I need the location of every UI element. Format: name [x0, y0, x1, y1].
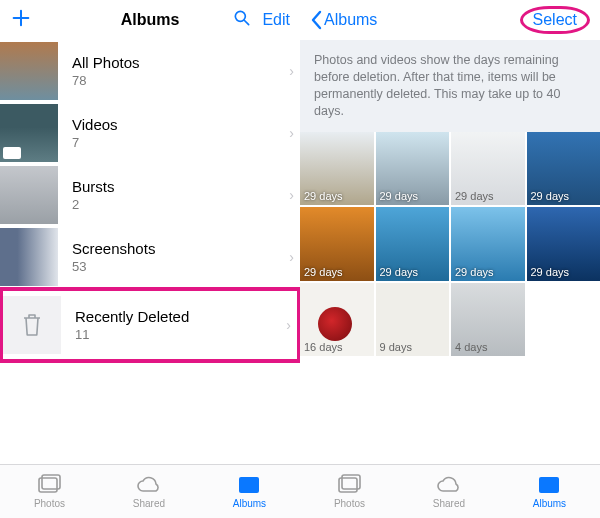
- chevron-right-icon: ›: [289, 249, 294, 265]
- video-badge-icon: [3, 147, 21, 159]
- tab-label: Albums: [233, 498, 266, 509]
- deleted-photo[interactable]: 29 days: [527, 132, 601, 206]
- album-name: Videos: [72, 116, 289, 133]
- cloud-icon: [436, 474, 462, 496]
- deleted-photo[interactable]: 29 days: [376, 132, 450, 206]
- albums-topbar: Albums Edit: [0, 0, 300, 40]
- album-thumb: [0, 228, 58, 286]
- svg-point-0: [236, 11, 246, 21]
- albums-pane: Albums Edit All Photos 78 › Video: [0, 0, 300, 464]
- chevron-right-icon: ›: [289, 125, 294, 141]
- album-thumb: [0, 166, 58, 224]
- chevron-right-icon: ›: [286, 317, 291, 333]
- deleted-photo[interactable]: 29 days: [527, 207, 601, 281]
- deleted-photo[interactable]: 29 days: [300, 132, 374, 206]
- tab-photos[interactable]: Photos: [34, 474, 65, 509]
- days-remaining: 29 days: [304, 190, 343, 202]
- photos-icon: [336, 474, 362, 496]
- deleted-photo[interactable]: 29 days: [376, 207, 450, 281]
- tab-label: Albums: [533, 498, 566, 509]
- tab-shared[interactable]: Shared: [433, 474, 465, 509]
- days-remaining: 4 days: [455, 341, 487, 353]
- album-row-bursts[interactable]: Bursts 2 ›: [0, 164, 300, 226]
- album-count: 2: [72, 197, 289, 212]
- album-count: 11: [75, 327, 286, 342]
- album-thumb: [0, 42, 58, 100]
- albums-title: Albums: [121, 11, 180, 29]
- tab-photos[interactable]: Photos: [334, 474, 365, 509]
- albums-icon: [536, 474, 562, 496]
- apple-image: [318, 307, 352, 341]
- photos-icon: [36, 474, 62, 496]
- tab-shared[interactable]: Shared: [133, 474, 165, 509]
- tab-label: Shared: [133, 498, 165, 509]
- days-remaining: 29 days: [455, 266, 494, 278]
- recently-deleted-pane: Albums Select Photos and videos show the…: [300, 0, 600, 464]
- chevron-right-icon: ›: [289, 63, 294, 79]
- days-remaining: 29 days: [380, 190, 419, 202]
- deleted-photo[interactable]: 29 days: [300, 207, 374, 281]
- deleted-photos-grid: 29 days 29 days 29 days 29 days 29 days …: [300, 132, 600, 357]
- days-remaining: 29 days: [531, 266, 570, 278]
- days-remaining: 29 days: [380, 266, 419, 278]
- tab-albums[interactable]: Albums: [533, 474, 566, 509]
- back-label: Albums: [324, 11, 377, 29]
- days-remaining: 29 days: [304, 266, 343, 278]
- tab-label: Photos: [34, 498, 65, 509]
- edit-button[interactable]: Edit: [262, 11, 290, 29]
- album-thumb: [0, 104, 58, 162]
- albums-icon: [236, 474, 262, 496]
- days-remaining: 16 days: [304, 341, 343, 353]
- select-button[interactable]: Select: [520, 6, 590, 34]
- svg-rect-6: [539, 477, 559, 493]
- cloud-icon: [136, 474, 162, 496]
- search-icon[interactable]: [232, 8, 252, 32]
- album-name: Recently Deleted: [75, 308, 286, 325]
- album-row-screenshots[interactable]: Screenshots 53 ›: [0, 226, 300, 288]
- tab-bar: Photos Shared Albums Photos Shared Album…: [0, 464, 600, 518]
- tab-albums[interactable]: Albums: [233, 474, 266, 509]
- deleted-photo[interactable]: 9 days: [376, 283, 450, 357]
- deleted-photo[interactable]: 4 days: [451, 283, 525, 357]
- svg-rect-3: [239, 477, 259, 493]
- days-remaining: 29 days: [455, 190, 494, 202]
- album-row-videos[interactable]: Videos 7 ›: [0, 102, 300, 164]
- album-name: All Photos: [72, 54, 289, 71]
- days-remaining: 29 days: [531, 190, 570, 202]
- album-count: 7: [72, 135, 289, 150]
- deleted-photo[interactable]: 29 days: [451, 132, 525, 206]
- album-row-recently-deleted[interactable]: Recently Deleted 11 ›: [0, 288, 300, 362]
- deleted-topbar: Albums Select: [300, 0, 600, 40]
- deleted-photo[interactable]: 16 days: [300, 283, 374, 357]
- chevron-left-icon: [310, 10, 324, 30]
- album-row-all-photos[interactable]: All Photos 78 ›: [0, 40, 300, 102]
- album-name: Bursts: [72, 178, 289, 195]
- album-count: 53: [72, 259, 289, 274]
- album-count: 78: [72, 73, 289, 88]
- trash-icon: [3, 296, 61, 354]
- deletion-info-text: Photos and videos show the days remainin…: [300, 40, 600, 132]
- back-button[interactable]: Albums: [310, 10, 377, 30]
- add-album-icon[interactable]: [10, 7, 32, 33]
- deleted-photo[interactable]: 29 days: [451, 207, 525, 281]
- album-name: Screenshots: [72, 240, 289, 257]
- chevron-right-icon: ›: [289, 187, 294, 203]
- tab-label: Shared: [433, 498, 465, 509]
- days-remaining: 9 days: [380, 341, 412, 353]
- tab-label: Photos: [334, 498, 365, 509]
